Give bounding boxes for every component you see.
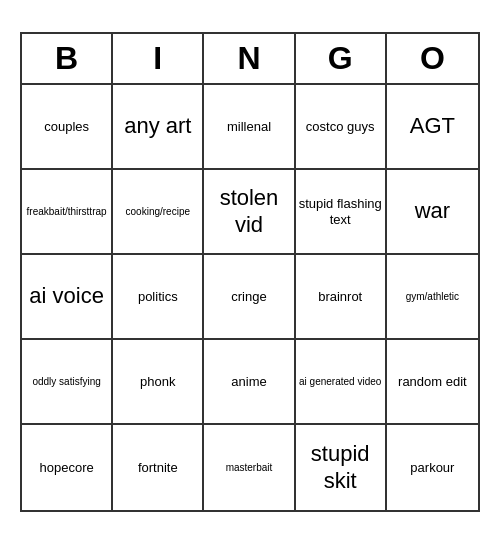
cell-text-20: hopecore	[39, 460, 93, 476]
bingo-grid: couplesany artmillenalcostco guysAGTfrea…	[22, 85, 478, 510]
bingo-cell-10: ai voice	[22, 255, 113, 340]
cell-text-12: cringe	[231, 289, 266, 305]
bingo-cell-1: any art	[113, 85, 204, 170]
header-letter-i: I	[113, 34, 204, 83]
cell-text-10: ai voice	[29, 283, 104, 309]
header-letter-o: O	[387, 34, 478, 83]
cell-text-11: politics	[138, 289, 178, 305]
bingo-cell-20: hopecore	[22, 425, 113, 510]
cell-text-4: AGT	[410, 113, 455, 139]
bingo-cell-19: random edit	[387, 340, 478, 425]
cell-text-9: war	[415, 198, 450, 224]
cell-text-24: parkour	[410, 460, 454, 476]
cell-text-7: stolen vid	[207, 185, 290, 238]
bingo-cell-8: stupid flashing text	[296, 170, 387, 255]
bingo-cell-2: millenal	[204, 85, 295, 170]
bingo-cell-18: ai generated video	[296, 340, 387, 425]
bingo-header: BINGO	[22, 34, 478, 85]
bingo-cell-4: AGT	[387, 85, 478, 170]
cell-text-16: phonk	[140, 374, 175, 390]
cell-text-15: oddly satisfying	[32, 376, 100, 388]
header-letter-n: N	[204, 34, 295, 83]
bingo-cell-22: masterbait	[204, 425, 295, 510]
cell-text-13: brainrot	[318, 289, 362, 305]
header-letter-g: G	[296, 34, 387, 83]
cell-text-21: fortnite	[138, 460, 178, 476]
bingo-cell-15: oddly satisfying	[22, 340, 113, 425]
bingo-cell-14: gym/athletic	[387, 255, 478, 340]
bingo-cell-16: phonk	[113, 340, 204, 425]
bingo-cell-5: freakbait/thirsttrap	[22, 170, 113, 255]
bingo-cell-21: fortnite	[113, 425, 204, 510]
bingo-cell-17: anime	[204, 340, 295, 425]
cell-text-18: ai generated video	[299, 376, 381, 388]
cell-text-3: costco guys	[306, 119, 375, 135]
bingo-cell-13: brainrot	[296, 255, 387, 340]
bingo-cell-7: stolen vid	[204, 170, 295, 255]
cell-text-1: any art	[124, 113, 191, 139]
bingo-cell-0: couples	[22, 85, 113, 170]
cell-text-19: random edit	[398, 374, 467, 390]
header-letter-b: B	[22, 34, 113, 83]
cell-text-14: gym/athletic	[406, 291, 459, 303]
cell-text-0: couples	[44, 119, 89, 135]
bingo-card: BINGO couplesany artmillenalcostco guysA…	[20, 32, 480, 512]
bingo-cell-23: stupid skit	[296, 425, 387, 510]
cell-text-5: freakbait/thirsttrap	[27, 206, 107, 218]
cell-text-22: masterbait	[226, 462, 273, 474]
bingo-cell-12: cringe	[204, 255, 295, 340]
cell-text-17: anime	[231, 374, 266, 390]
bingo-cell-9: war	[387, 170, 478, 255]
bingo-cell-24: parkour	[387, 425, 478, 510]
cell-text-6: cooking/recipe	[126, 206, 190, 218]
cell-text-8: stupid flashing text	[299, 196, 382, 227]
bingo-cell-11: politics	[113, 255, 204, 340]
bingo-cell-6: cooking/recipe	[113, 170, 204, 255]
bingo-cell-3: costco guys	[296, 85, 387, 170]
cell-text-2: millenal	[227, 119, 271, 135]
cell-text-23: stupid skit	[299, 441, 382, 494]
